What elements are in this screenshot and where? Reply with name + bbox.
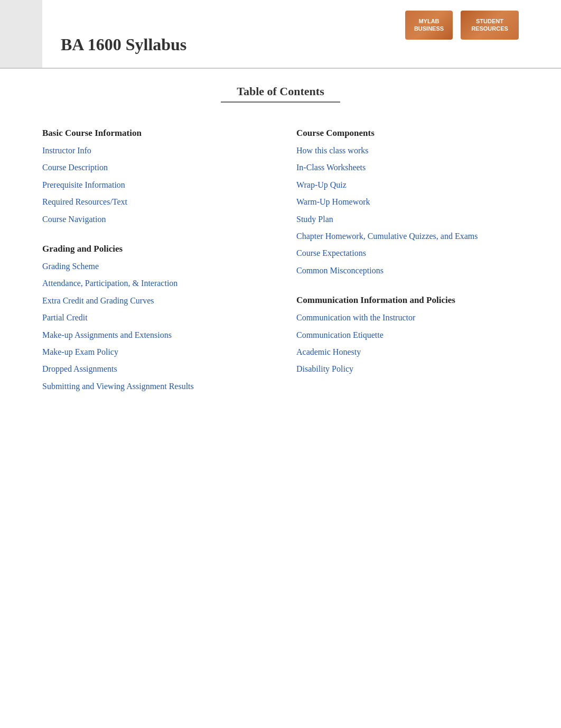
link-submitting-viewing[interactable]: Submitting and Viewing Assignment Result…: [42, 381, 265, 392]
section-communication: Communication Information and Policies C…: [296, 295, 519, 375]
link-makeup-exam-policy[interactable]: Make-up Exam Policy: [42, 346, 265, 358]
toc-right-column: Course Components How this class works I…: [296, 128, 519, 394]
link-partial-credit[interactable]: Partial Credit: [42, 312, 265, 324]
logo-2: STUDENTRESOURCES: [461, 11, 519, 40]
link-prerequisite-information[interactable]: Prerequisite Information: [42, 179, 265, 191]
section-course-components: Course Components How this class works I…: [296, 128, 519, 277]
section-heading-communication: Communication Information and Policies: [296, 295, 519, 306]
link-how-this-class-works[interactable]: How this class works: [296, 145, 519, 156]
header-logos: MYLABBUSINESS STUDENTRESOURCES: [405, 11, 519, 40]
link-in-class-worksheets[interactable]: In-Class Worksheets: [296, 162, 519, 173]
link-extra-credit[interactable]: Extra Credit and Grading Curves: [42, 295, 265, 307]
section-heading-grading: Grading and Policies: [42, 244, 265, 254]
logo-group-2: STUDENTRESOURCES: [461, 11, 519, 40]
logo-1: MYLABBUSINESS: [405, 11, 453, 40]
link-course-description[interactable]: Course Description: [42, 162, 265, 173]
toc-left-column: Basic Course Information Instructor Info…: [42, 128, 265, 411]
link-attendance-participation[interactable]: Attendance, Participation, & Interaction: [42, 278, 265, 289]
link-dropped-assignments[interactable]: Dropped Assignments: [42, 363, 265, 375]
toc-heading: Table of Contents: [221, 85, 340, 103]
link-course-navigation[interactable]: Course Navigation: [42, 214, 265, 225]
link-academic-honesty[interactable]: Academic Honesty: [296, 346, 519, 358]
link-warm-up-homework[interactable]: Warm-Up Homework: [296, 196, 519, 208]
link-required-resources-text[interactable]: Required Resources/Text: [42, 196, 265, 208]
toc-title-wrapper: Table of Contents: [42, 85, 519, 107]
page-header: BA 1600 Syllabus MYLABBUSINESS STUDENTRE…: [0, 0, 561, 69]
section-heading-components: Course Components: [296, 128, 519, 139]
link-chapter-homework[interactable]: Chapter Homework, Cumulative Quizzes, an…: [296, 231, 519, 242]
link-course-expectations[interactable]: Course Expectations: [296, 247, 519, 259]
link-makeup-assignments[interactable]: Make-up Assignments and Extensions: [42, 329, 265, 341]
logo-group-1: MYLABBUSINESS: [405, 11, 453, 40]
header-left-bar: [0, 0, 42, 68]
link-communication-with-instructor[interactable]: Communication with the Instructor: [296, 312, 519, 324]
section-heading-basic: Basic Course Information: [42, 128, 265, 139]
link-disability-policy[interactable]: Disability Policy: [296, 363, 519, 375]
logo-2-text: STUDENTRESOURCES: [471, 18, 508, 32]
link-study-plan[interactable]: Study Plan: [296, 214, 519, 225]
link-instructor-info[interactable]: Instructor Info: [42, 145, 265, 156]
section-basic-course-information: Basic Course Information Instructor Info…: [42, 128, 265, 225]
logo-1-text: MYLABBUSINESS: [414, 18, 444, 32]
link-wrap-up-quiz[interactable]: Wrap-Up Quiz: [296, 179, 519, 191]
toc-columns: Basic Course Information Instructor Info…: [42, 128, 519, 411]
section-grading-and-policies: Grading and Policies Grading Scheme Atte…: [42, 244, 265, 392]
link-grading-scheme[interactable]: Grading Scheme: [42, 261, 265, 272]
page-content: Table of Contents Basic Course Informati…: [0, 69, 561, 443]
link-common-misconceptions[interactable]: Common Misconceptions: [296, 265, 519, 277]
link-communication-etiquette[interactable]: Communication Etiquette: [296, 329, 519, 341]
page-title: BA 1600 Syllabus: [61, 35, 186, 62]
